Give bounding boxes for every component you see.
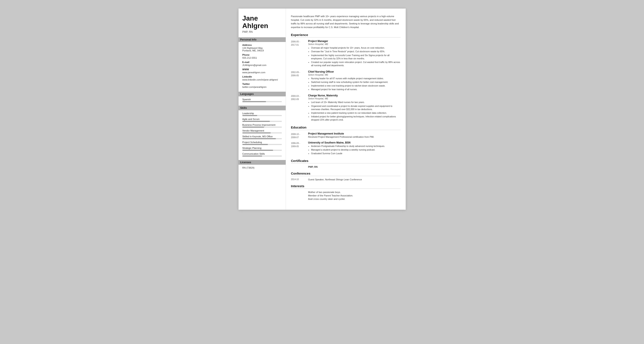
exp-bullets-pm: Oversaw all major hospital projects for …	[308, 46, 400, 67]
exp-dates-cno: 2002-09 -2006-05	[291, 70, 308, 92]
skill-leadership: Leadership	[242, 112, 282, 116]
bullet: Created our popular supply room relocati…	[311, 61, 400, 67]
bullet: Nursing leader for all 87 nurses with mu…	[311, 77, 400, 80]
address-label: Address	[242, 44, 282, 46]
exp-content-cno: Chief Nursing Officer Seton Hospital, ME…	[308, 70, 400, 92]
exp-content-pm: Project Manager Seton Hospital, ME Overs…	[308, 40, 400, 67]
edu-bullets-usm: Andersen Postgraduate Fellowship to stud…	[308, 145, 400, 155]
edu-content-pmi: Project Management Institute Received Pr…	[308, 132, 400, 139]
conferences-title: Conferences	[291, 172, 400, 176]
phone-label: Phone	[242, 53, 282, 56]
exp-dates-cn: 2000-03 -2002-09	[291, 94, 308, 122]
bullet: Managed project for lean training of all…	[311, 88, 400, 91]
cert-dates	[291, 166, 308, 168]
edu-pmi: 2008-10 -2008-07 Project Management Inst…	[291, 132, 400, 139]
licenses-section: Licenses RN (73829)	[242, 160, 282, 169]
bullet: Led team of 15+ Maternity Ward nurses fo…	[311, 101, 400, 104]
interest-2: Member of the Parent Teacher Association…	[291, 194, 400, 197]
skill-vendor: Vendor Management	[242, 129, 282, 133]
conf-value: Guest Speaker, Northeast Shingo Lean Con…	[308, 178, 362, 181]
bullet: Implemented the highly successful Lean T…	[311, 54, 400, 60]
conf-dates: 2014-10	[291, 178, 308, 181]
twitter-label: Twitter	[242, 83, 282, 85]
personal-info-header: Personal Info	[238, 37, 286, 42]
education-title: Education	[291, 125, 400, 130]
edu-usm: 1996-09 -1999-05 University of Southern …	[291, 141, 400, 156]
phone-value: 555-212-5551	[242, 56, 282, 59]
resume-document: JaneAhlgren PMP, RN Personal Info Addres…	[238, 8, 406, 210]
interests-title: Interests	[291, 184, 400, 189]
www-label: WWW	[242, 68, 282, 71]
education-section: Education 2008-10 -2008-07 Project Manag…	[291, 125, 400, 156]
interest-3: Avid cross country skier and cyclist.	[291, 198, 400, 200]
conf-entry-1: 2014-10 Guest Speaker, Northeast Shingo …	[291, 178, 400, 181]
skill-strategic: Strategic Planning	[242, 147, 282, 151]
interest-value-1: Mother of two passionate boys.	[308, 191, 341, 193]
edu-dates-pmi: 2008-10 -2008-07	[291, 132, 308, 139]
languages-section: Languages Spanish	[242, 92, 282, 102]
edu-content-usm: University of Southern Maine, BSN Anders…	[308, 141, 400, 156]
linkedin-value: www.linkedin.com/in/jane-ahlgren/	[242, 78, 282, 81]
skill-communication: Communication Skills	[242, 152, 282, 157]
personal-info-section: Personal Info Address 134 Rightward WayP…	[242, 37, 282, 88]
bullet: Oversaw all major hospital projects for …	[311, 46, 400, 49]
skill-agile: Agile and Scrum	[242, 118, 282, 122]
certificates-section: Certificates PMP, RN	[291, 159, 400, 168]
exp-bullets-cn: Led team of 15+ Maternity Ward nurses fo…	[308, 101, 400, 121]
bullet: Andersen Postgraduate Fellowship to stud…	[311, 145, 400, 148]
www-value: www.janeahlgren.com	[242, 71, 282, 74]
language-bar-fill	[242, 101, 266, 102]
skill-scheduling: Project Scheduling	[242, 141, 282, 145]
edu-dates-usm: 1996-09 -1999-05	[291, 141, 308, 156]
bullet: Managed a student project to develop a w…	[311, 148, 400, 151]
skill-bpi: Business Process Improvement	[242, 124, 282, 128]
interests-section: Interests Mother of two passionate boys.…	[291, 184, 400, 200]
exp-charge-nurse: 2000-03 -2002-09 Charge Nurse, Maternity…	[291, 94, 400, 122]
exp-bullets-cno: Nursing leader for all 87 nurses with mu…	[308, 77, 400, 91]
cert-value: PMP, RN	[308, 166, 318, 168]
licenses-header: Licenses	[238, 160, 286, 165]
linkedin-label: LinkedIn	[242, 75, 282, 78]
exp-content-cn: Charge Nurse, Maternity Seton Hospital, …	[308, 94, 400, 122]
conferences-section: Conferences 2014-10 Guest Speaker, North…	[291, 172, 400, 181]
address-value: 134 Rightward WayPortland, ME, 04019	[242, 47, 282, 52]
sidebar: JaneAhlgren PMP, RN Personal Info Addres…	[238, 8, 286, 210]
bullet: Initiated project for better gloving/gow…	[311, 115, 400, 121]
interest-value-2: Member of the Parent Teacher Association…	[308, 194, 353, 197]
bullet: Switched nursing staff to new scheduling…	[311, 80, 400, 84]
certificates-title: Certificates	[291, 159, 400, 163]
email-value: JUAhlgren@gmail.com	[242, 64, 282, 66]
interest-value-3: Avid cross country skier and cyclist.	[308, 198, 345, 200]
skill-keynote: Skilled in Keynote, MS Office	[242, 135, 282, 139]
cert-pmp: PMP, RN	[291, 166, 400, 168]
language-bar-bg	[242, 101, 282, 102]
skills-section: Skills Leadership Agile and Scrum Busine…	[242, 106, 282, 157]
email-label: E-mail	[242, 61, 282, 63]
license-value: RN (73829)	[242, 166, 282, 169]
skills-header: Skills	[238, 106, 286, 110]
bullet: Implemented a new patient tracking syste…	[311, 111, 400, 115]
experience-title: Experience	[291, 33, 400, 37]
exp-project-manager: 2006-05 -2017-01 Project Manager Seton H…	[291, 40, 400, 67]
interest-1: Mother of two passionate boys.	[291, 191, 400, 193]
bullet: Oversaw the "Just in Time Restock" proje…	[311, 50, 400, 53]
bullet: Organized and coordinated a project to d…	[311, 104, 400, 111]
summary-text: Passionate healthcare PMP with 10+ years…	[291, 14, 400, 29]
candidate-title: PMP, RN	[242, 30, 282, 33]
candidate-name: JaneAhlgren	[242, 14, 282, 29]
main-content: Passionate healthcare PMP with 10+ years…	[286, 8, 406, 210]
language-spanish: Spanish	[242, 98, 282, 102]
exp-cno: 2002-09 -2006-05 Chief Nursing Officer S…	[291, 70, 400, 92]
twitter-value: twitter.com/janeahlgren	[242, 86, 282, 88]
exp-dates-pm: 2006-05 -2017-01	[291, 40, 308, 67]
bullet: Implemented a new cost tracking project …	[311, 84, 400, 87]
bullet: Graduated Summa Cum Laude	[311, 152, 400, 155]
languages-header: Languages	[238, 92, 286, 96]
experience-section: Experience 2006-05 -2017-01 Project Mana…	[291, 33, 400, 122]
